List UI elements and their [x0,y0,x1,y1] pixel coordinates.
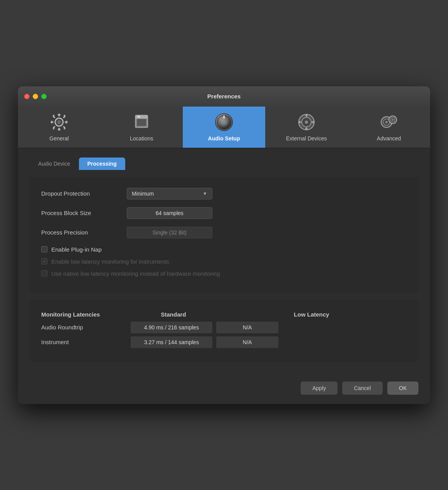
svg-point-9 [222,120,226,124]
dropout-protection-value: Minimum [132,191,154,197]
latency-col2-header: Standard [131,311,216,318]
dropout-protection-dropdown[interactable]: Minimum ▼ [127,188,212,200]
svg-rect-5 [135,115,148,118]
dropout-protection-row: Dropout Protection Minimum ▼ [41,188,407,200]
window-title: Preferences [207,93,241,100]
latency-table-header: Monitoring Latencies Standard Low Latenc… [41,311,407,318]
toolbar-label-locations: Locations [130,135,153,142]
enable-plugin-nap-checkbox[interactable] [41,246,47,252]
toolbar-label-advanced: Advanced [377,135,401,142]
tab-audio-device[interactable]: Audio Device [30,158,79,170]
traffic-lights [24,94,47,99]
process-block-size-control: 64 samples [127,207,212,219]
preferences-window: Preferences [18,86,430,404]
location-icon [131,112,152,132]
process-block-size-field[interactable]: 64 samples [127,207,212,219]
dropdown-arrow-icon: ▼ [203,191,207,196]
low-latency-monitoring-checkbox: ✓ [41,258,47,264]
fullscreen-button[interactable] [41,94,47,99]
svg-point-25 [385,121,388,123]
instrument-standard: 3.27 ms / 144 samples [131,336,212,348]
latency-panel: Monitoring Latencies Standard Low Latenc… [30,300,418,362]
instrument-label: Instrument [41,339,131,345]
instrument-low: N/A [216,336,278,348]
latency-table: Monitoring Latencies Standard Low Latenc… [41,311,407,348]
svg-point-19 [305,114,308,116]
toolbar-label-external-devices: External Devices [286,135,327,142]
native-low-latency-label: Use native low latency monitoring instea… [51,270,220,277]
toolbar-item-external-devices[interactable]: External Devices [265,107,348,148]
audio-setup-icon [214,112,234,132]
process-block-size-label: Process Block Size [41,210,127,216]
process-precision-row: Process Precision Single (32 Bit) [41,227,407,238]
content-area: Audio Device Processing Dropout Protecti… [18,148,430,374]
svg-point-14 [305,121,308,124]
audio-roundtrip-low: N/A [216,322,278,333]
toolbar-label-general: General [49,135,69,142]
svg-point-20 [305,128,308,130]
tab-processing[interactable]: Processing [79,158,125,170]
svg-point-21 [298,121,301,123]
enable-plugin-nap-row[interactable]: Enable Plug-in Nap [41,246,407,253]
svg-point-28 [392,119,394,121]
cancel-button[interactable]: Cancel [342,382,383,395]
apply-button[interactable]: Apply [301,382,338,395]
audio-roundtrip-standard: 4.90 ms / 216 samples [131,322,212,333]
toolbar: General Locations [18,107,430,148]
process-precision-control: Single (32 Bit) [127,227,212,238]
processing-panel: Dropout Protection Minimum ▼ Process Blo… [30,177,418,293]
svg-rect-6 [138,116,140,117]
latency-row-audio-roundtrip: Audio Roundtrip 4.90 ms / 216 samples N/… [41,322,407,333]
tabs: Audio Device Processing [30,158,418,170]
toolbar-label-audio-setup: Audio Setup [208,135,240,142]
dropout-protection-control: Minimum ▼ [127,188,212,200]
latency-col1-header: Monitoring Latencies [41,311,131,318]
process-precision-label: Process Precision [41,229,127,236]
low-latency-monitoring-label: Enable low latency monitoring for instru… [51,258,169,265]
audio-roundtrip-label: Audio Roundtrip [41,324,131,331]
low-latency-monitoring-row: ✓ Enable low latency monitoring for inst… [41,258,407,265]
dropout-protection-label: Dropout Protection [41,190,127,197]
svg-rect-4 [137,119,146,126]
advanced-icon [379,112,399,132]
enable-plugin-nap-label: Enable Plug-in Nap [51,246,102,253]
titlebar: Preferences [18,86,430,107]
process-precision-field: Single (32 Bit) [127,227,212,238]
checkmark-icon: ✓ [43,259,46,264]
toolbar-item-audio-setup[interactable]: Audio Setup [183,107,265,148]
toolbar-item-locations[interactable]: Locations [100,107,183,148]
gear-icon [49,112,69,132]
svg-point-2 [57,120,61,124]
ok-button[interactable]: OK [387,382,418,395]
native-low-latency-row: Use native low latency monitoring instea… [41,270,407,277]
toolbar-item-general[interactable]: General [18,107,100,148]
native-low-latency-checkbox [41,270,47,276]
footer: Apply Cancel OK [18,374,430,404]
close-button[interactable] [24,94,30,99]
latency-col3-header: Low Latency [216,311,407,318]
external-devices-icon [296,112,317,132]
minimize-button[interactable] [33,94,38,99]
toolbar-item-advanced[interactable]: Advanced [348,107,430,148]
latency-row-instrument: Instrument 3.27 ms / 144 samples N/A [41,336,407,348]
svg-point-22 [312,121,315,123]
process-block-size-row: Process Block Size 64 samples [41,207,407,219]
